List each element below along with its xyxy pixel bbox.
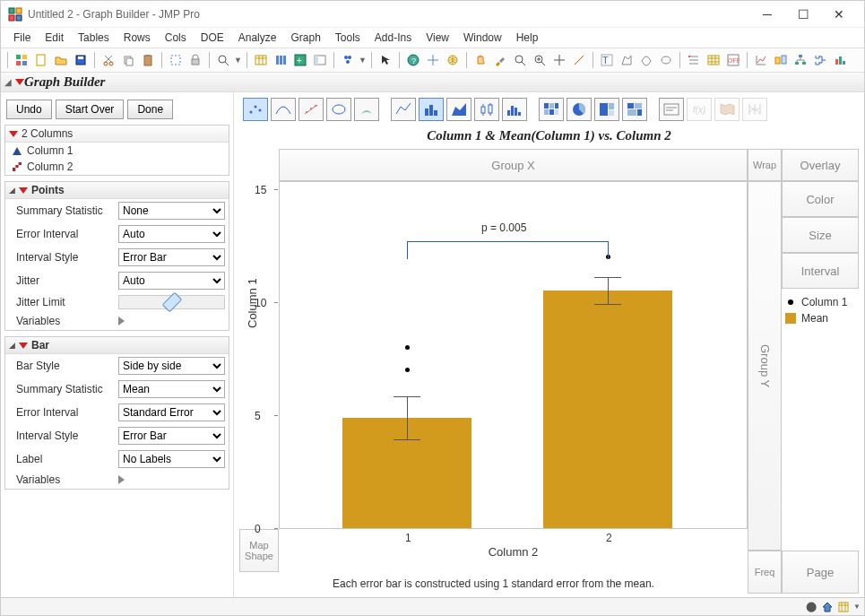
formula-element-icon[interactable]: f(x) [687, 98, 712, 121]
paste-icon[interactable] [139, 51, 157, 69]
fit-element-icon[interactable] [298, 98, 324, 121]
recode-icon[interactable] [311, 51, 329, 69]
lock-icon[interactable] [186, 51, 204, 69]
minimize-button[interactable]: ─ [749, 2, 785, 27]
bar-barstyle-select[interactable]: Side by side [118, 357, 225, 375]
overlay-dropzone[interactable]: Overlay [782, 149, 859, 181]
dropdown-icon[interactable]: ▼ [359, 56, 367, 65]
caption-element-icon[interactable] [659, 98, 684, 121]
table2-icon[interactable] [705, 51, 722, 69]
save-icon[interactable] [72, 51, 90, 69]
datatable-icon[interactable] [13, 51, 30, 69]
hierarchy-icon[interactable] [791, 51, 809, 69]
expand-icon[interactable] [118, 475, 125, 484]
points-element-icon[interactable] [243, 98, 268, 121]
dropdown-icon[interactable]: ▼ [234, 56, 242, 65]
groupy-dropzone[interactable]: Group Y [748, 181, 782, 551]
ellipse-tool-icon[interactable] [657, 51, 675, 69]
menu-rows[interactable]: Rows [117, 30, 158, 46]
bars-icon[interactable] [831, 51, 849, 69]
line-tool-icon[interactable] [570, 51, 588, 69]
help-icon[interactable]: ? [404, 51, 422, 69]
info-icon[interactable]: ⬤ [805, 601, 817, 613]
menu-tools[interactable]: Tools [328, 30, 368, 46]
map-element-icon[interactable] [714, 98, 740, 121]
chart-icon[interactable] [752, 51, 770, 69]
text-tool-icon[interactable]: T [598, 51, 616, 69]
hotspot-icon[interactable] [19, 187, 28, 194]
points-jitter-select[interactable]: Auto [118, 272, 225, 290]
ellipse-element-icon[interactable] [326, 98, 351, 121]
open-icon[interactable] [52, 51, 70, 69]
menu-addins[interactable]: Add-Ins [368, 30, 419, 46]
treemap-element-icon[interactable] [594, 98, 619, 121]
zoom-icon[interactable] [214, 51, 232, 69]
off-icon[interactable]: OFF [724, 51, 742, 69]
formula-icon[interactable]: + [291, 51, 309, 69]
menu-graph[interactable]: Graph [283, 30, 327, 46]
column-item[interactable]: Column 1 [5, 143, 229, 159]
bar-summary-select[interactable]: Mean [118, 380, 225, 398]
hotspot-icon[interactable] [9, 131, 18, 137]
startover-button[interactable]: Start Over [56, 100, 125, 119]
jitter-limit-slider[interactable] [118, 295, 225, 309]
cut-icon[interactable] [99, 51, 117, 69]
maximize-button[interactable]: ☐ [785, 2, 821, 27]
points-intstyle-select[interactable]: Error Bar [118, 248, 225, 266]
hist-element-icon[interactable] [502, 98, 527, 121]
select-icon[interactable] [167, 51, 185, 69]
columns-icon[interactable] [272, 51, 290, 69]
disclosure-icon[interactable]: ◢ [4, 77, 12, 87]
hotspot-icon[interactable] [15, 79, 24, 85]
points-errint-select[interactable]: Auto [118, 225, 225, 243]
table-status-icon[interactable] [837, 601, 850, 613]
bar-label-select[interactable]: No Labels [118, 450, 225, 468]
crosshair-icon[interactable] [424, 51, 442, 69]
lasso-icon[interactable] [511, 51, 529, 69]
contour-element-icon[interactable] [354, 98, 379, 121]
points-header[interactable]: ◢ Points [5, 182, 229, 199]
close-button[interactable]: ✕ [821, 2, 857, 27]
done-button[interactable]: Done [127, 100, 173, 119]
mapshape-dropzone[interactable]: Map Shape [239, 529, 279, 572]
menu-file[interactable]: File [6, 30, 38, 46]
brush-icon[interactable] [491, 51, 509, 69]
pie-element-icon[interactable] [567, 98, 592, 121]
hotspot-icon[interactable] [19, 343, 28, 349]
page-dropzone[interactable]: Page [782, 551, 859, 594]
size-dropzone[interactable]: Size [782, 217, 859, 253]
points-summary-select[interactable]: None [118, 202, 225, 220]
hand-icon[interactable] [471, 51, 489, 69]
arrow-tool-icon[interactable] [376, 51, 394, 69]
zoom2-icon[interactable] [531, 51, 549, 69]
color-dropzone[interactable]: Color [782, 181, 859, 217]
list-icon[interactable] [685, 51, 703, 69]
menu-tables[interactable]: Tables [71, 30, 117, 46]
parallel-element-icon[interactable] [742, 98, 767, 121]
menu-help[interactable]: Help [509, 30, 546, 46]
bar-element-icon[interactable] [419, 98, 444, 121]
line-element-icon[interactable] [391, 98, 416, 121]
poly-tool-icon[interactable] [618, 51, 636, 69]
heatmap-element-icon[interactable] [539, 98, 564, 121]
shape-tool-icon[interactable] [637, 51, 655, 69]
menu-edit[interactable]: Edit [38, 30, 71, 46]
plot-area[interactable]: Column 1 15 10 5 0 [279, 181, 748, 529]
undo-button[interactable]: Undo [6, 100, 52, 119]
column-item[interactable]: Column 2 [5, 159, 229, 175]
bar-errint-select[interactable]: Standard Error [118, 403, 225, 421]
dendro-icon[interactable] [811, 51, 829, 69]
menu-doe[interactable]: DOE [194, 30, 231, 46]
menu-cols[interactable]: Cols [158, 30, 194, 46]
freq-dropzone[interactable]: Freq [748, 551, 782, 594]
legend-item[interactable]: Mean [785, 312, 855, 325]
bar-header[interactable]: ◢ Bar [5, 337, 229, 354]
area-element-icon[interactable] [446, 98, 471, 121]
expand-icon[interactable] [118, 317, 125, 325]
box-element-icon[interactable] [474, 98, 499, 121]
menu-view[interactable]: View [419, 30, 456, 46]
wrap-dropzone[interactable]: Wrap [748, 149, 782, 181]
bar-intstyle-select[interactable]: Error Bar [118, 427, 225, 445]
table-icon[interactable] [252, 51, 270, 69]
group-icon[interactable] [339, 51, 357, 69]
